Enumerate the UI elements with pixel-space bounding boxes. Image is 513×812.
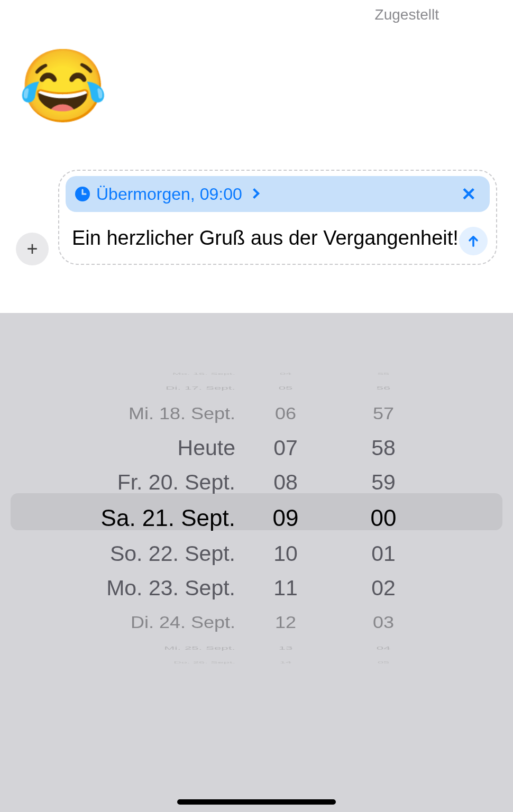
chevron-right-icon xyxy=(249,188,260,199)
date-option[interactable]: Mi. 25. Sept. xyxy=(0,645,246,652)
date-option[interactable]: Do. 26. Sept. xyxy=(0,661,246,665)
clear-schedule-button[interactable]: ✕ xyxy=(457,183,480,205)
hour-option[interactable]: 04 xyxy=(280,372,291,376)
compose-box: Übermorgen, 09:00 ✕ Ein herzlicher Gruß … xyxy=(58,170,497,264)
hour-option[interactable]: 13 xyxy=(279,645,293,652)
date-option[interactable]: Mi. 18. Sept. xyxy=(0,399,246,428)
delivered-label: Zugestellt xyxy=(375,6,439,23)
minute-option[interactable]: 58 xyxy=(371,431,396,465)
minute-option[interactable]: 02 xyxy=(371,571,396,605)
date-option[interactable]: Mo. 16. Sept. xyxy=(0,372,246,376)
minute-wheel[interactable]: 55 56 57 58 59 00 01 02 03 04 05 xyxy=(325,368,442,696)
hour-wheel[interactable]: 04 05 06 07 08 09 10 11 12 13 14 xyxy=(246,368,325,696)
hour-option[interactable]: 10 xyxy=(273,537,298,571)
hour-option[interactable]: 12 xyxy=(275,608,296,637)
hour-option-selected[interactable]: 09 xyxy=(273,500,299,537)
hour-option[interactable]: 05 xyxy=(279,385,293,392)
minute-option[interactable]: 03 xyxy=(373,608,394,637)
date-option[interactable]: Fr. 20. Sept. xyxy=(0,465,246,500)
minute-option[interactable]: 57 xyxy=(373,399,394,428)
date-option[interactable]: Heute xyxy=(0,431,246,465)
date-option[interactable]: Di. 24. Sept. xyxy=(0,608,246,637)
minute-option[interactable]: 05 xyxy=(378,661,389,665)
received-emoji-message: 😂 xyxy=(19,50,107,122)
schedule-label-group: Übermorgen, 09:00 xyxy=(75,184,258,204)
date-time-picker: Mo. 16. Sept. Di. 17. Sept. Mi. 18. Sept… xyxy=(0,313,513,812)
minute-option[interactable]: 56 xyxy=(377,385,391,392)
arrow-up-icon xyxy=(466,234,481,248)
date-option-selected[interactable]: Sa. 21. Sept. xyxy=(0,500,246,537)
hour-option[interactable]: 11 xyxy=(273,571,298,605)
date-option[interactable]: Mo. 23. Sept. xyxy=(0,571,246,605)
hour-option[interactable]: 14 xyxy=(280,661,291,665)
hour-option[interactable]: 08 xyxy=(273,465,298,500)
date-option[interactable]: Di. 17. Sept. xyxy=(0,385,246,392)
date-wheel[interactable]: Mo. 16. Sept. Di. 17. Sept. Mi. 18. Sept… xyxy=(0,368,246,696)
minute-option[interactable]: 04 xyxy=(377,645,391,652)
schedule-pill[interactable]: Übermorgen, 09:00 ✕ xyxy=(66,176,490,212)
message-input[interactable]: Ein herzlicher Gruß aus der Vergangenhei… xyxy=(66,222,490,255)
minute-option[interactable]: 59 xyxy=(371,465,396,500)
date-option[interactable]: So. 22. Sept. xyxy=(0,537,246,571)
compose-area: + Übermorgen, 09:00 ✕ Ein herzlicher Gru… xyxy=(16,169,497,265)
send-button[interactable] xyxy=(459,227,488,255)
hour-option[interactable]: 07 xyxy=(273,431,298,465)
clock-icon xyxy=(75,187,90,201)
minute-option[interactable]: 01 xyxy=(371,537,396,571)
minute-option[interactable]: 55 xyxy=(378,372,389,376)
hour-option[interactable]: 06 xyxy=(275,399,296,428)
home-indicator[interactable] xyxy=(177,799,336,805)
schedule-time-label: Übermorgen, 09:00 xyxy=(96,184,242,204)
add-attachment-button[interactable]: + xyxy=(16,233,49,265)
minute-option-selected[interactable]: 00 xyxy=(371,500,397,537)
